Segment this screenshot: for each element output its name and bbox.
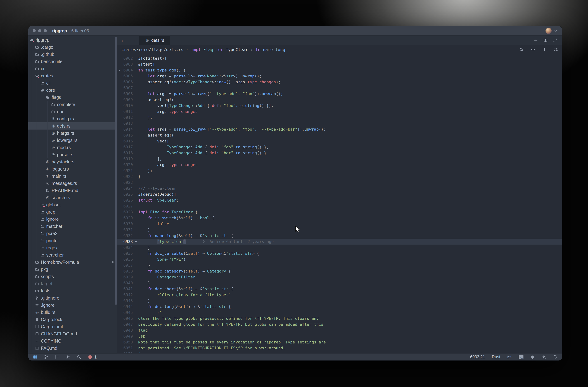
file-tree-item-changelog-md[interactable]: CHANGELOG.md bbox=[28, 330, 117, 337]
file-tree-item-readme-md[interactable]: README.md bbox=[28, 187, 117, 194]
code-line[interactable]: 6915 assert_eq!( bbox=[117, 132, 562, 138]
code-line[interactable]: 6914 let args = parse_low_raw(["--type-a… bbox=[117, 126, 562, 132]
expand-icon[interactable] bbox=[553, 38, 557, 42]
code-line[interactable]: 6930 false bbox=[117, 221, 562, 227]
terminal-icon[interactable]: >_ bbox=[519, 355, 524, 359]
cursor-position[interactable]: 6933:21 bbox=[470, 355, 485, 359]
code-line[interactable]: 6908 let args = parse_low_raw(["--type-a… bbox=[117, 91, 562, 97]
fold-arrow-icon[interactable]: ▸ bbox=[119, 67, 121, 73]
nav-back-button[interactable]: ← bbox=[121, 38, 126, 43]
code-line[interactable]: 6923 bbox=[117, 180, 562, 185]
file-tree-item-mod-rs[interactable]: Rmod.rs bbox=[28, 144, 117, 151]
file-tree-item-printer[interactable]: printer bbox=[28, 237, 117, 244]
code-line[interactable]: 6902#[cfg(test)] bbox=[117, 55, 562, 61]
file-tree-item-pkg[interactable]: pkg bbox=[28, 266, 117, 273]
file-tree-item-build-rs[interactable]: Rbuild.rs bbox=[28, 309, 117, 316]
code-line[interactable]: 6924/// --type-clear bbox=[117, 185, 562, 191]
file-tree-item-searcher[interactable]: searcher bbox=[28, 251, 117, 259]
code-line[interactable]: 6926struct TypeClear; bbox=[117, 197, 562, 203]
file-tree-item--cargo[interactable]: .cargo bbox=[28, 43, 117, 51]
code-line[interactable]: 6942 r"Clear globs for a file type." bbox=[117, 292, 562, 298]
project-panel-toggle-icon[interactable] bbox=[33, 355, 38, 359]
code-line[interactable]: 6946Clear the file type globs previously… bbox=[117, 316, 562, 321]
code-line[interactable]: 6945 r" bbox=[117, 310, 562, 316]
code-line[interactable]: 6925#[derive(Debug)] bbox=[117, 191, 562, 197]
commit-hash[interactable]: 6dfaec03 bbox=[71, 28, 89, 33]
language-selector[interactable]: Rust bbox=[492, 355, 500, 359]
file-tree-item-cargo-lock[interactable]: Cargo.lock bbox=[28, 316, 117, 323]
code-line[interactable]: 6905 let args = parse_low_raw(None::<&st… bbox=[117, 73, 562, 79]
code-line[interactable]: 6907 bbox=[117, 85, 562, 91]
new-tab-icon[interactable] bbox=[534, 38, 538, 42]
code-line[interactable]: 6936 Some("TYPE") bbox=[117, 256, 562, 262]
buffer-search-icon[interactable] bbox=[519, 47, 524, 52]
minimize-button[interactable] bbox=[38, 29, 41, 32]
code-line[interactable]: 6941 fn doc_short(&self) → &'static str … bbox=[117, 286, 562, 292]
collab-panel-icon[interactable] bbox=[66, 355, 70, 359]
file-tree-item-scripts[interactable]: scripts bbox=[28, 273, 117, 280]
code-line[interactable]: 6921 ); bbox=[117, 168, 562, 174]
code-line[interactable]: 6916 vec![ bbox=[117, 138, 562, 144]
git-panel-icon[interactable] bbox=[44, 355, 48, 359]
file-tree-item-doc[interactable]: doc bbox=[28, 108, 117, 115]
diagnostics-indicator[interactable]: 1 bbox=[88, 355, 97, 360]
file-tree-item-homebrewformula[interactable]: HomebrewFormula bbox=[28, 259, 117, 266]
outline-panel-icon[interactable] bbox=[55, 355, 59, 359]
file-tree-item-crates[interactable]: crates bbox=[28, 72, 117, 79]
split-editor-icon[interactable] bbox=[543, 38, 548, 42]
file-tree-item-matcher[interactable]: matcher bbox=[28, 223, 117, 230]
file-tree-item--ignore[interactable]: .ignore bbox=[28, 302, 117, 309]
code-line[interactable]: 6940 } bbox=[117, 280, 562, 286]
file-tree-item-lowargs-rs[interactable]: Rlowargs.rs bbox=[28, 137, 117, 144]
file-tree-item-logger-rs[interactable]: Rlogger.rs bbox=[28, 165, 117, 173]
code-line[interactable]: 6949.sp bbox=[117, 333, 562, 339]
code-line[interactable]: 6920 args.type_changes bbox=[117, 162, 562, 168]
file-tree-item-ci[interactable]: ci bbox=[28, 65, 117, 72]
code-line[interactable]: 6917 TypeChange::Add { def: "foo".to_str… bbox=[117, 144, 562, 150]
project-title[interactable]: ripgrep bbox=[52, 28, 67, 33]
code-area[interactable]: 6902#[cfg(test)]6903#[test]6904▸fn test_… bbox=[117, 54, 562, 353]
panel-scrollbar[interactable] bbox=[115, 37, 117, 305]
code-line[interactable]: 6929 fn is_switch(&self) → bool { bbox=[117, 215, 562, 221]
code-line[interactable]: 6944 fn doc_long(&self) → &'static str { bbox=[117, 304, 562, 310]
file-tree-item-regex[interactable]: regex bbox=[28, 244, 117, 251]
file-tree-item-cargo-toml[interactable]: Cargo.toml bbox=[28, 323, 117, 330]
code-line[interactable]: 6918 TypeChange::Add { def: "bar".to_str… bbox=[117, 150, 562, 156]
search-icon[interactable] bbox=[77, 355, 81, 359]
code-line[interactable]: 6947previously defined globs for the \fI… bbox=[117, 321, 562, 327]
cursor-icon[interactable] bbox=[542, 47, 546, 52]
assistant-icon[interactable] bbox=[542, 355, 546, 359]
file-tree-item-ignore[interactable]: ignore bbox=[28, 216, 117, 223]
close-button[interactable] bbox=[33, 29, 36, 32]
tab-defs-rs[interactable]: R defs.rs bbox=[139, 36, 170, 45]
chevron-down-icon[interactable] bbox=[554, 29, 558, 33]
code-line[interactable]: 6904▸fn test_type_add() { bbox=[117, 67, 562, 73]
maximize-button[interactable] bbox=[44, 29, 47, 32]
code-line[interactable]: 6928impl Flag for TypeClear { bbox=[117, 209, 562, 215]
code-line[interactable]: 6910 vec![TypeChange::Add { def: "foo".t… bbox=[117, 103, 562, 109]
file-tree-item-target[interactable]: target bbox=[28, 280, 117, 287]
file-tree-item-config-rs[interactable]: Rconfig.rs bbox=[28, 115, 117, 122]
editor-settings-icon[interactable] bbox=[554, 47, 558, 52]
git-blame-inline[interactable]: Andrew Gallant, 2 years ago bbox=[202, 239, 274, 244]
code-line[interactable]: 6937 } bbox=[117, 262, 562, 268]
file-tree-item-complete[interactable]: complete bbox=[28, 101, 117, 108]
file-tree-item-tests[interactable]: tests bbox=[28, 287, 117, 294]
file-tree-item-benchsuite[interactable]: benchsuite bbox=[28, 58, 117, 65]
code-line[interactable]: 6919 ], bbox=[117, 156, 562, 162]
notifications-icon[interactable] bbox=[553, 355, 557, 359]
file-tree-item-hiargs-rs[interactable]: Rhiargs.rs bbox=[28, 130, 117, 137]
file-tree-item-main-rs[interactable]: Rmain.rs bbox=[28, 173, 117, 180]
code-line[interactable]: 6931 } bbox=[117, 227, 562, 233]
file-tree-item-copying[interactable]: COPYING bbox=[28, 337, 117, 345]
file-tree-item-pcre2[interactable]: pcre2 bbox=[28, 230, 117, 237]
edit-prediction-icon[interactable]: z» bbox=[507, 355, 512, 359]
code-line[interactable]: 6932 fn name_long(&self) → &'static str … bbox=[117, 233, 562, 239]
code-line[interactable]: 6913 bbox=[117, 121, 562, 126]
code-line[interactable]: 6943 } bbox=[117, 298, 562, 304]
file-tree-item-search-rs[interactable]: Rsearch.rs bbox=[28, 194, 117, 201]
file-tree-item-defs-rs[interactable]: Rdefs.rs bbox=[28, 122, 117, 130]
file-tree-item-flags[interactable]: flags bbox=[28, 94, 117, 101]
code-line[interactable]: 6909 assert_eq!( bbox=[117, 97, 562, 103]
code-line[interactable]: 6935 fn doc_variable(&self) → Option<&'s… bbox=[117, 250, 562, 256]
